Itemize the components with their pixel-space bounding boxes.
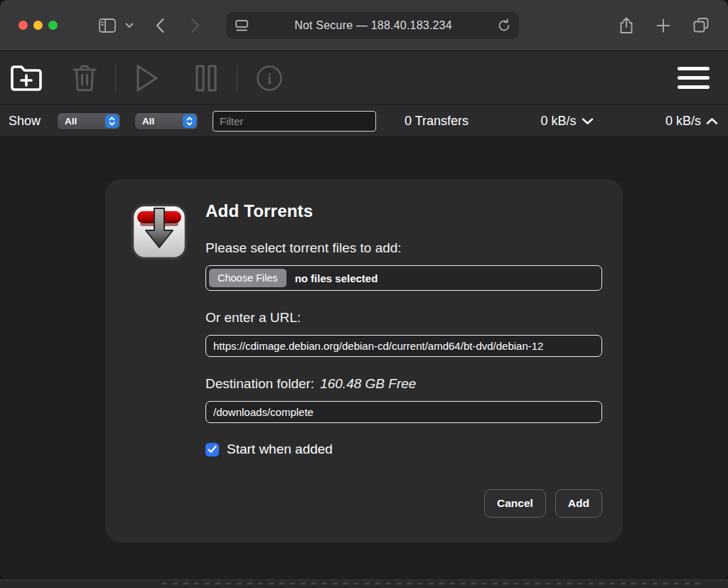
url-prompt-label: Or enter a URL: [205, 310, 602, 326]
tabs-icon[interactable] [692, 17, 710, 34]
add-button[interactable]: Add [555, 489, 602, 518]
filter-bar: Show All All 0 Transfers 0 kB/s [0, 105, 728, 137]
no-files-text: no files selected [295, 272, 378, 284]
dialog-title: Add Torrents [205, 201, 602, 221]
reload-icon[interactable] [498, 18, 510, 33]
transfers-count: 0 Transfers [405, 114, 469, 129]
traffic-lights [18, 21, 58, 30]
background-window-strip [0, 579, 728, 588]
page-icon[interactable] [235, 19, 249, 32]
forward-icon[interactable] [191, 18, 200, 33]
upload-speed[interactable]: 0 kB/s [665, 114, 718, 129]
play-icon[interactable] [134, 63, 160, 93]
torrent-file-input[interactable]: Choose Files no files selected [205, 265, 602, 291]
cancel-button[interactable]: Cancel [484, 489, 546, 518]
start-when-added-checkbox[interactable] [205, 443, 219, 456]
zoom-window-button[interactable] [48, 21, 58, 30]
destination-folder-input[interactable] [205, 401, 602, 423]
torrent-list-area: Add Torrents Please select torrent files… [0, 137, 728, 579]
download-speed[interactable]: 0 kB/s [541, 114, 594, 129]
trash-icon[interactable] [73, 64, 97, 92]
tracker-filter-select[interactable]: All [135, 113, 198, 129]
open-torrent-icon[interactable] [10, 64, 43, 92]
menu-icon[interactable] [675, 64, 712, 92]
state-filter-select[interactable]: All [58, 113, 120, 129]
pause-icon[interactable] [194, 64, 218, 92]
destination-label: Destination folder:160.48 GB Free [205, 376, 602, 392]
clipped-background-text [162, 582, 702, 584]
add-torrents-dialog: Add Torrents Please select torrent files… [105, 179, 623, 542]
chevron-down-icon [582, 114, 594, 129]
svg-text:i: i [267, 70, 272, 87]
close-window-button[interactable] [18, 21, 28, 30]
browser-toolbar: Not Secure — 188.40.183.234 [0, 0, 728, 51]
address-bar[interactable]: Not Secure — 188.40.183.234 [226, 12, 519, 39]
back-icon[interactable] [155, 18, 165, 33]
show-label: Show [9, 114, 41, 129]
transmission-toolbar: i [0, 51, 728, 105]
free-space-text: 160.48 GB Free [320, 376, 416, 391]
new-tab-icon[interactable] [656, 18, 670, 33]
filter-input[interactable] [213, 111, 376, 132]
address-text: Not Secure — 188.40.183.234 [249, 19, 498, 32]
sidebar-icon[interactable] [99, 18, 116, 33]
share-icon[interactable] [619, 16, 634, 35]
chevron-down-icon[interactable] [125, 23, 134, 28]
choose-files-button[interactable]: Choose Files [209, 269, 287, 287]
torrent-url-input[interactable] [205, 335, 602, 357]
info-icon[interactable]: i [256, 65, 283, 92]
select-stepper-icon [105, 114, 119, 128]
select-stepper-icon [183, 114, 196, 128]
start-when-added-label: Start when added [227, 442, 333, 457]
file-prompt-label: Please select torrent files to add: [205, 240, 602, 256]
transmission-logo [131, 203, 188, 263]
minimize-window-button[interactable] [33, 21, 43, 30]
safari-window: Not Secure — 188.40.183.234 [0, 0, 728, 579]
chevron-up-icon [706, 114, 718, 129]
